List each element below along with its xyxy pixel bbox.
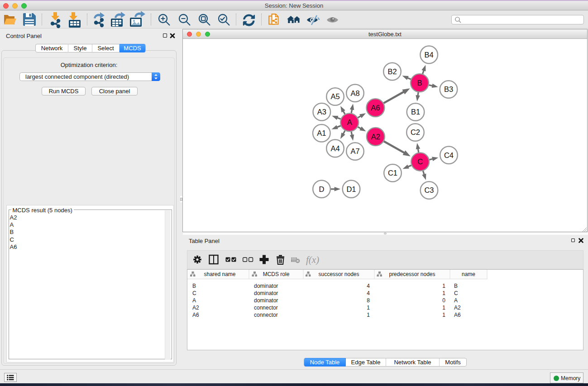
- svg-text:B3: B3: [444, 85, 453, 93]
- svg-text:A6: A6: [371, 104, 380, 112]
- svg-text:A7: A7: [350, 147, 359, 155]
- svg-text:C1: C1: [388, 169, 397, 177]
- svg-text:f(x): f(x): [306, 254, 319, 265]
- svg-text:A2: A2: [371, 133, 380, 141]
- svg-text:A8: A8: [350, 89, 359, 97]
- svg-text:B2: B2: [387, 67, 397, 76]
- svg-text:C4: C4: [444, 151, 454, 159]
- svg-text:B4: B4: [425, 51, 434, 59]
- svg-text:D: D: [319, 185, 325, 193]
- svg-text:B1: B1: [411, 108, 420, 116]
- svg-text:A3: A3: [317, 108, 326, 116]
- svg-text:C2: C2: [411, 128, 420, 136]
- svg-text:D1: D1: [346, 185, 356, 193]
- svg-text:C3: C3: [424, 186, 434, 194]
- svg-text:A: A: [347, 118, 352, 126]
- svg-text:A5: A5: [330, 92, 339, 100]
- svg-text:B: B: [417, 79, 422, 87]
- svg-text:A1: A1: [317, 129, 326, 137]
- svg-text:A4: A4: [330, 144, 339, 152]
- svg-text:C: C: [417, 157, 423, 166]
